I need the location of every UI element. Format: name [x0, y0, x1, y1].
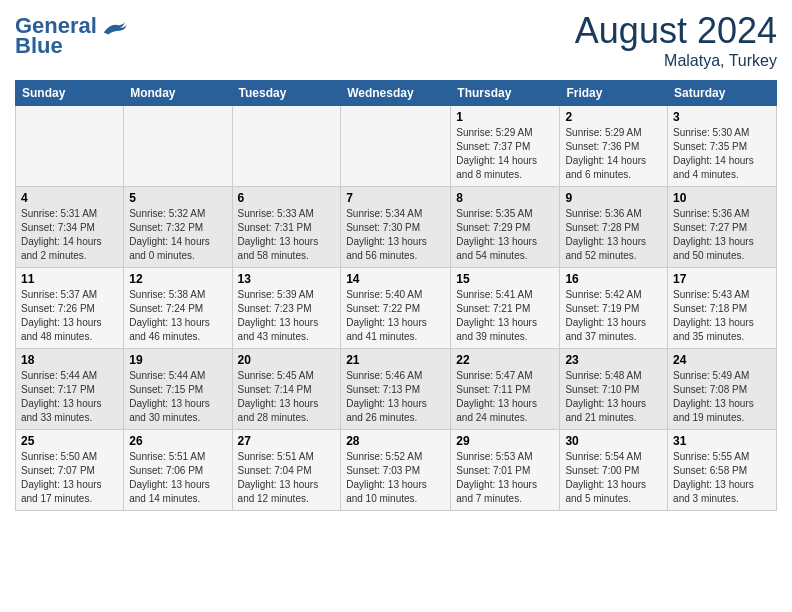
calendar-cell: 23Sunrise: 5:48 AM Sunset: 7:10 PM Dayli…	[560, 349, 668, 430]
calendar-cell: 31Sunrise: 5:55 AM Sunset: 6:58 PM Dayli…	[668, 430, 777, 511]
calendar-cell	[16, 106, 124, 187]
day-info: Sunrise: 5:29 AM Sunset: 7:36 PM Dayligh…	[565, 126, 662, 182]
day-number: 9	[565, 191, 662, 205]
day-number: 1	[456, 110, 554, 124]
calendar-cell: 16Sunrise: 5:42 AM Sunset: 7:19 PM Dayli…	[560, 268, 668, 349]
calendar-cell: 3Sunrise: 5:30 AM Sunset: 7:35 PM Daylig…	[668, 106, 777, 187]
title-section: August 2024 Malatya, Turkey	[575, 10, 777, 70]
calendar-cell: 29Sunrise: 5:53 AM Sunset: 7:01 PM Dayli…	[451, 430, 560, 511]
day-info: Sunrise: 5:51 AM Sunset: 7:06 PM Dayligh…	[129, 450, 226, 506]
day-info: Sunrise: 5:52 AM Sunset: 7:03 PM Dayligh…	[346, 450, 445, 506]
day-number: 25	[21, 434, 118, 448]
day-number: 5	[129, 191, 226, 205]
day-number: 14	[346, 272, 445, 286]
day-number: 7	[346, 191, 445, 205]
day-info: Sunrise: 5:50 AM Sunset: 7:07 PM Dayligh…	[21, 450, 118, 506]
day-info: Sunrise: 5:47 AM Sunset: 7:11 PM Dayligh…	[456, 369, 554, 425]
day-info: Sunrise: 5:30 AM Sunset: 7:35 PM Dayligh…	[673, 126, 771, 182]
calendar-cell: 30Sunrise: 5:54 AM Sunset: 7:00 PM Dayli…	[560, 430, 668, 511]
day-info: Sunrise: 5:37 AM Sunset: 7:26 PM Dayligh…	[21, 288, 118, 344]
calendar-cell: 17Sunrise: 5:43 AM Sunset: 7:18 PM Dayli…	[668, 268, 777, 349]
day-info: Sunrise: 5:54 AM Sunset: 7:00 PM Dayligh…	[565, 450, 662, 506]
day-number: 4	[21, 191, 118, 205]
calendar-week-row: 11Sunrise: 5:37 AM Sunset: 7:26 PM Dayli…	[16, 268, 777, 349]
day-info: Sunrise: 5:34 AM Sunset: 7:30 PM Dayligh…	[346, 207, 445, 263]
day-number: 11	[21, 272, 118, 286]
page-header: General Blue August 2024 Malatya, Turkey	[15, 10, 777, 70]
day-number: 15	[456, 272, 554, 286]
calendar-week-row: 25Sunrise: 5:50 AM Sunset: 7:07 PM Dayli…	[16, 430, 777, 511]
day-info: Sunrise: 5:36 AM Sunset: 7:27 PM Dayligh…	[673, 207, 771, 263]
calendar-cell: 21Sunrise: 5:46 AM Sunset: 7:13 PM Dayli…	[341, 349, 451, 430]
calendar-cell: 6Sunrise: 5:33 AM Sunset: 7:31 PM Daylig…	[232, 187, 341, 268]
day-info: Sunrise: 5:40 AM Sunset: 7:22 PM Dayligh…	[346, 288, 445, 344]
day-number: 30	[565, 434, 662, 448]
calendar-cell: 1Sunrise: 5:29 AM Sunset: 7:37 PM Daylig…	[451, 106, 560, 187]
day-info: Sunrise: 5:49 AM Sunset: 7:08 PM Dayligh…	[673, 369, 771, 425]
calendar-day-header: Sunday	[16, 81, 124, 106]
day-number: 28	[346, 434, 445, 448]
day-number: 21	[346, 353, 445, 367]
day-number: 10	[673, 191, 771, 205]
day-number: 24	[673, 353, 771, 367]
location-subtitle: Malatya, Turkey	[575, 52, 777, 70]
calendar-header-row: SundayMondayTuesdayWednesdayThursdayFrid…	[16, 81, 777, 106]
calendar-cell: 8Sunrise: 5:35 AM Sunset: 7:29 PM Daylig…	[451, 187, 560, 268]
day-number: 8	[456, 191, 554, 205]
day-info: Sunrise: 5:46 AM Sunset: 7:13 PM Dayligh…	[346, 369, 445, 425]
day-number: 27	[238, 434, 336, 448]
calendar-cell	[232, 106, 341, 187]
day-info: Sunrise: 5:45 AM Sunset: 7:14 PM Dayligh…	[238, 369, 336, 425]
logo-bird-icon	[99, 15, 127, 37]
calendar-cell: 15Sunrise: 5:41 AM Sunset: 7:21 PM Dayli…	[451, 268, 560, 349]
calendar-table: SundayMondayTuesdayWednesdayThursdayFrid…	[15, 80, 777, 511]
day-number: 2	[565, 110, 662, 124]
calendar-day-header: Wednesday	[341, 81, 451, 106]
month-year-title: August 2024	[575, 10, 777, 52]
day-number: 13	[238, 272, 336, 286]
logo: General Blue	[15, 15, 127, 59]
day-number: 17	[673, 272, 771, 286]
day-number: 3	[673, 110, 771, 124]
calendar-cell	[341, 106, 451, 187]
calendar-cell: 27Sunrise: 5:51 AM Sunset: 7:04 PM Dayli…	[232, 430, 341, 511]
day-info: Sunrise: 5:35 AM Sunset: 7:29 PM Dayligh…	[456, 207, 554, 263]
day-info: Sunrise: 5:29 AM Sunset: 7:37 PM Dayligh…	[456, 126, 554, 182]
day-number: 16	[565, 272, 662, 286]
day-info: Sunrise: 5:51 AM Sunset: 7:04 PM Dayligh…	[238, 450, 336, 506]
calendar-cell: 11Sunrise: 5:37 AM Sunset: 7:26 PM Dayli…	[16, 268, 124, 349]
calendar-day-header: Thursday	[451, 81, 560, 106]
calendar-cell: 20Sunrise: 5:45 AM Sunset: 7:14 PM Dayli…	[232, 349, 341, 430]
day-info: Sunrise: 5:44 AM Sunset: 7:15 PM Dayligh…	[129, 369, 226, 425]
calendar-cell: 12Sunrise: 5:38 AM Sunset: 7:24 PM Dayli…	[124, 268, 232, 349]
day-info: Sunrise: 5:42 AM Sunset: 7:19 PM Dayligh…	[565, 288, 662, 344]
calendar-cell: 10Sunrise: 5:36 AM Sunset: 7:27 PM Dayli…	[668, 187, 777, 268]
day-number: 31	[673, 434, 771, 448]
day-info: Sunrise: 5:39 AM Sunset: 7:23 PM Dayligh…	[238, 288, 336, 344]
day-number: 23	[565, 353, 662, 367]
calendar-cell: 13Sunrise: 5:39 AM Sunset: 7:23 PM Dayli…	[232, 268, 341, 349]
day-info: Sunrise: 5:48 AM Sunset: 7:10 PM Dayligh…	[565, 369, 662, 425]
day-number: 18	[21, 353, 118, 367]
day-info: Sunrise: 5:38 AM Sunset: 7:24 PM Dayligh…	[129, 288, 226, 344]
calendar-cell: 28Sunrise: 5:52 AM Sunset: 7:03 PM Dayli…	[341, 430, 451, 511]
calendar-cell: 14Sunrise: 5:40 AM Sunset: 7:22 PM Dayli…	[341, 268, 451, 349]
day-number: 12	[129, 272, 226, 286]
day-info: Sunrise: 5:31 AM Sunset: 7:34 PM Dayligh…	[21, 207, 118, 263]
calendar-cell: 25Sunrise: 5:50 AM Sunset: 7:07 PM Dayli…	[16, 430, 124, 511]
day-number: 19	[129, 353, 226, 367]
calendar-cell: 7Sunrise: 5:34 AM Sunset: 7:30 PM Daylig…	[341, 187, 451, 268]
calendar-week-row: 1Sunrise: 5:29 AM Sunset: 7:37 PM Daylig…	[16, 106, 777, 187]
day-number: 6	[238, 191, 336, 205]
calendar-day-header: Friday	[560, 81, 668, 106]
calendar-week-row: 18Sunrise: 5:44 AM Sunset: 7:17 PM Dayli…	[16, 349, 777, 430]
day-info: Sunrise: 5:41 AM Sunset: 7:21 PM Dayligh…	[456, 288, 554, 344]
calendar-cell: 5Sunrise: 5:32 AM Sunset: 7:32 PM Daylig…	[124, 187, 232, 268]
calendar-cell: 4Sunrise: 5:31 AM Sunset: 7:34 PM Daylig…	[16, 187, 124, 268]
day-info: Sunrise: 5:55 AM Sunset: 6:58 PM Dayligh…	[673, 450, 771, 506]
calendar-week-row: 4Sunrise: 5:31 AM Sunset: 7:34 PM Daylig…	[16, 187, 777, 268]
calendar-cell: 18Sunrise: 5:44 AM Sunset: 7:17 PM Dayli…	[16, 349, 124, 430]
day-info: Sunrise: 5:33 AM Sunset: 7:31 PM Dayligh…	[238, 207, 336, 263]
calendar-body: 1Sunrise: 5:29 AM Sunset: 7:37 PM Daylig…	[16, 106, 777, 511]
day-info: Sunrise: 5:53 AM Sunset: 7:01 PM Dayligh…	[456, 450, 554, 506]
